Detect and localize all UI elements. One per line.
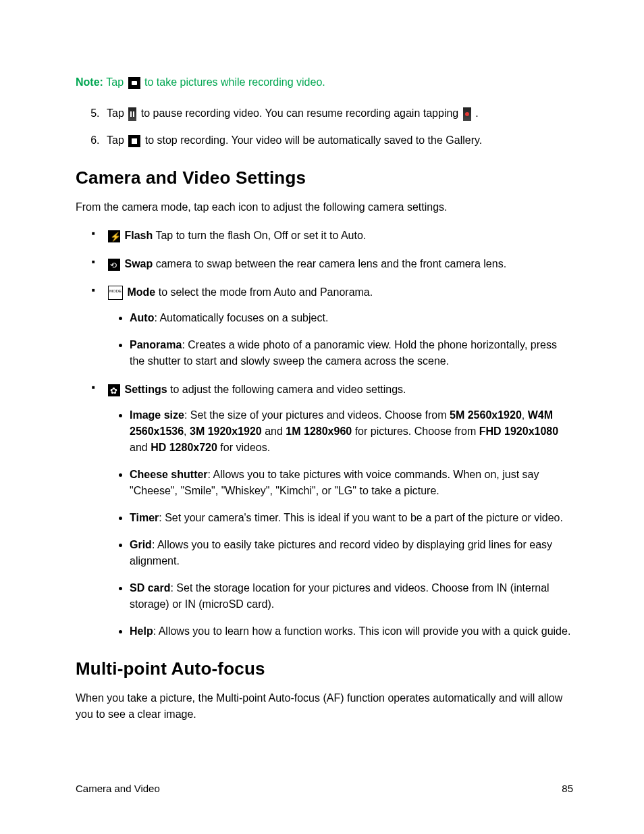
is-b4: 1M 1280x960 xyxy=(286,425,352,437)
item-flash: Flash Tap to turn the flash On, Off or s… xyxy=(97,228,573,244)
is-t2: , xyxy=(522,409,528,421)
pause-icon xyxy=(128,107,136,121)
help-label: Help xyxy=(130,625,153,637)
is-b1: 5M 2560x1920 xyxy=(450,409,522,421)
timer-text: : Set your camera's timer. This is ideal… xyxy=(159,512,563,523)
is-t7: for videos. xyxy=(217,442,270,453)
page: Note: Tap to take pictures while recordi… xyxy=(0,0,644,834)
note-text-before: Tap xyxy=(106,76,124,88)
mode-text: to select the mode from Auto and Panoram… xyxy=(155,286,373,298)
note-text-after: to take pictures while recording video. xyxy=(144,76,325,88)
mode-panorama: Panorama: Creates a wide photo of a pano… xyxy=(130,337,573,369)
note-label: Note: xyxy=(76,76,103,88)
step-6: Tap to stop recording. Your video will b… xyxy=(103,132,573,149)
is-b3: 3M 1920x1920 xyxy=(190,425,262,437)
settings-sublist: Image size: Set the size of your picture… xyxy=(107,407,573,640)
steps-list: Tap to pause recording video. You can re… xyxy=(76,105,573,149)
settings-label: Settings xyxy=(124,384,167,395)
is-b6: HD 1280x720 xyxy=(151,442,217,453)
settings-gear-icon xyxy=(108,384,120,396)
is-t5: for pictures. Choose from xyxy=(352,425,479,437)
stop-icon xyxy=(128,135,140,147)
footer: Camera and Video 85 xyxy=(76,781,573,797)
swap-label: Swap xyxy=(124,258,153,269)
settings-timer: Timer: Set your camera's timer. This is … xyxy=(130,510,573,526)
mode-auto-label: Auto xyxy=(130,312,154,323)
flash-icon xyxy=(108,230,120,242)
is-b5: FHD 1920x1080 xyxy=(479,425,558,437)
mode-auto: Auto: Automatically focuses on a subject… xyxy=(130,310,573,326)
record-icon xyxy=(463,107,471,121)
settings-text: to adjust the following camera and video… xyxy=(167,384,406,395)
grid-text: : Allows you to easily take pictures and… xyxy=(130,539,552,567)
is-t3: , xyxy=(184,425,190,437)
image-size-label: Image size xyxy=(130,409,184,421)
timer-label: Timer xyxy=(130,512,159,523)
swap-icon xyxy=(108,259,120,271)
settings-sd: SD card: Set the storage location for yo… xyxy=(130,580,573,613)
note: Note: Tap to take pictures while recordi… xyxy=(76,74,573,90)
settings-list: Flash Tap to turn the flash On, Off or s… xyxy=(76,228,573,640)
heading-camera-video-settings: Camera and Video Settings xyxy=(76,165,573,191)
step6-prefix: Tap xyxy=(107,134,124,146)
flash-label: Flash xyxy=(124,230,153,241)
settings-cheese: Cheese shutter: Allows you to take pictu… xyxy=(130,467,573,499)
step6-suffix: to stop recording. Your video will be au… xyxy=(145,134,483,146)
item-settings: Settings to adjust the following camera … xyxy=(97,382,573,640)
is-t6: and xyxy=(130,442,151,453)
settings-grid: Grid: Allows you to easily take pictures… xyxy=(130,537,573,569)
sd-label: SD card xyxy=(130,582,170,594)
mode-panorama-text: : Creates a wide photo of a panoramic vi… xyxy=(130,339,557,367)
step5-mid: to pause recording video. You can resume… xyxy=(141,107,459,119)
settings-help: Help: Allows you to learn how a function… xyxy=(130,623,573,640)
grid-label: Grid xyxy=(130,539,152,550)
mode-panorama-label: Panorama xyxy=(130,339,182,350)
step5-prefix: Tap xyxy=(107,107,124,119)
item-swap: Swap camera to swap between the rear cam… xyxy=(97,256,573,272)
intro-settings: From the camera mode, tap each icon to a… xyxy=(76,199,573,215)
sd-text: : Set the storage location for your pict… xyxy=(130,582,549,610)
camera-shutter-icon xyxy=(128,77,140,89)
settings-image-size: Image size: Set the size of your picture… xyxy=(130,407,573,456)
swap-text: camera to swap between the rear camera l… xyxy=(153,258,506,269)
is-t1: : Set the size of your pictures and vide… xyxy=(184,409,450,421)
footer-section: Camera and Video xyxy=(76,781,160,797)
heading-multipoint-af: Multi-point Auto-focus xyxy=(76,656,573,682)
mode-auto-text: : Automatically focuses on a subject. xyxy=(154,312,328,323)
mode-icon: MODE xyxy=(108,286,123,300)
footer-page: 85 xyxy=(562,781,573,797)
step5-suffix: . xyxy=(475,107,478,119)
cheese-label: Cheese shutter xyxy=(130,469,208,480)
step-5: Tap to pause recording video. You can re… xyxy=(103,105,573,122)
mode-sublist: Auto: Automatically focuses on a subject… xyxy=(107,310,573,369)
intro-multipoint: When you take a picture, the Multi-point… xyxy=(76,690,573,723)
item-mode: MODE Mode to select the mode from Auto a… xyxy=(97,284,573,369)
help-text: : Allows you to learn how a function wor… xyxy=(153,625,571,637)
is-t4: and xyxy=(262,425,286,437)
flash-text: Tap to turn the flash On, Off or set it … xyxy=(153,230,366,241)
mode-label: Mode xyxy=(127,286,155,298)
